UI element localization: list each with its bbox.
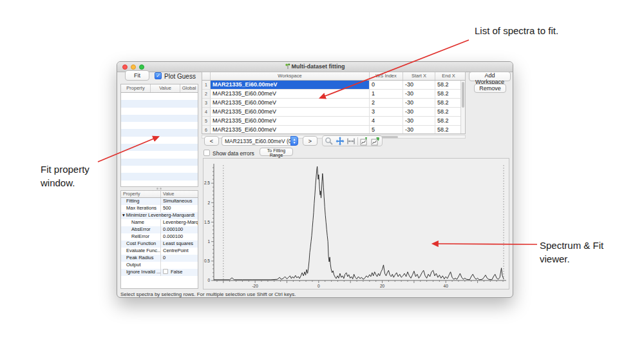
end-x-cell[interactable]: 58.2 xyxy=(435,99,462,107)
settings-value-cell[interactable]: CentrePoint xyxy=(161,248,198,255)
fit-settings-row: Peak Radius0 xyxy=(121,255,198,262)
workspace-name-cell[interactable]: MAR21335_Ei60.00meV xyxy=(211,126,370,134)
window-title: Multi-dataset fitting xyxy=(117,63,513,70)
spectrum-combobox-value[interactable]: MAR21335_Ei60.00meV (0) xyxy=(222,136,290,146)
end-x-cell[interactable]: 58.2 xyxy=(435,126,462,134)
svg-text:0: 0 xyxy=(207,278,210,282)
fit-property-row xyxy=(121,159,198,166)
workspace-name-cell[interactable]: MAR21335_Ei60.00meV xyxy=(211,117,370,125)
header-property[interactable]: Property xyxy=(121,84,151,92)
spectrum-plot[interactable]: 00.511.522.5-2002040 xyxy=(203,158,509,289)
pan-icon[interactable] xyxy=(336,137,345,146)
spectrum-stepper[interactable]: ▲▼ xyxy=(290,136,298,146)
settings-group-row[interactable]: ▾ Minimizer Levenberg-Marquardt xyxy=(121,212,198,219)
row-number-cell: 2 xyxy=(202,90,211,98)
fit-settings-row: Cost FunctionLeast squares xyxy=(121,240,198,248)
start-x-cell[interactable]: -30 xyxy=(403,90,435,98)
workspace-table-row[interactable]: 6MAR21335_Ei60.00meV5-3058.2 xyxy=(202,126,465,134)
settings-property-cell: Peak Radius xyxy=(121,255,161,262)
fit-property-row xyxy=(121,181,198,187)
header-end-x[interactable]: End X xyxy=(435,72,462,80)
end-x-cell[interactable]: 58.2 xyxy=(435,117,462,125)
spectrum-plot-canvas[interactable]: 00.511.522.5-2002040 xyxy=(204,159,509,289)
settings-value-cell[interactable]: Levenberg-Marqu... xyxy=(161,219,198,226)
ignore-invalid-checkbox[interactable] xyxy=(163,269,168,274)
start-x-cell[interactable]: -30 xyxy=(403,81,435,89)
fit-property-row xyxy=(121,151,198,158)
titlebar[interactable]: Multi-dataset fitting xyxy=(117,62,513,72)
settings-value-cell[interactable]: 0.000100 xyxy=(161,226,198,233)
workspace-table-row[interactable]: 5MAR21335_Ei60.00meV4-3058.2 xyxy=(202,117,465,126)
to-fitting-range-button[interactable]: To Fitting Range xyxy=(260,148,293,156)
header-ws-index[interactable]: WS Index xyxy=(370,72,403,80)
zoom-icon[interactable] xyxy=(325,137,334,146)
end-x-cell[interactable]: 58.2 xyxy=(435,90,462,98)
fit-settings-table-body: FittingSimultaneousMax Iterations500▾ Mi… xyxy=(121,198,198,276)
fit-property-table-body xyxy=(121,93,198,187)
row-number-cell: 5 xyxy=(202,117,211,125)
export-plot-icon[interactable] xyxy=(360,137,369,146)
workspace-table-row[interactable]: 3MAR21335_Ei60.00meV2-3058.2 xyxy=(202,99,465,108)
next-spectrum-button[interactable]: > xyxy=(303,136,317,146)
splitter-handle[interactable] xyxy=(155,188,164,190)
svg-text:1.5: 1.5 xyxy=(204,220,210,224)
settings-value-cell[interactable]: 0 xyxy=(161,255,198,262)
fit-button[interactable]: Fit xyxy=(125,70,149,81)
header-value[interactable]: Value xyxy=(151,84,180,92)
end-x-cell[interactable]: 58.2 xyxy=(435,81,462,89)
settings-property-cell: Ignore Invalid ... xyxy=(121,269,161,276)
status-text: Select spectra by selecting rows. For mu… xyxy=(120,291,296,297)
workspace-name-cell[interactable]: MAR21335_Ei60.00meV xyxy=(211,108,370,116)
prev-spectrum-button[interactable]: < xyxy=(204,136,219,146)
settings-value-cell[interactable]: Simultaneous xyxy=(161,198,198,205)
remove-button[interactable]: Remove xyxy=(474,84,506,93)
ws-index-cell[interactable]: 3 xyxy=(370,108,403,116)
workspace-table-row[interactable]: 2MAR21335_Ei60.00meV1-3058.2 xyxy=(202,90,465,99)
workspace-table-row[interactable]: 4MAR21335_Ei60.00meV3-3058.2 xyxy=(202,108,465,117)
row-number-cell: 1 xyxy=(202,81,211,89)
add-workspace-button[interactable]: Add Workspace xyxy=(469,72,511,81)
header-start-x[interactable]: Start X xyxy=(403,72,435,80)
workspace-table-row[interactable]: 1MAR21335_Ei60.00meV0-3058.2 xyxy=(202,81,465,90)
fit-settings-row: Ignore Invalid ...False xyxy=(121,269,198,276)
start-x-cell[interactable]: -30 xyxy=(403,99,435,107)
settings-value-cell[interactable]: 500 xyxy=(161,205,198,212)
settings-value-cell[interactable] xyxy=(161,262,198,269)
settings-value-cell[interactable]: Least squares xyxy=(161,240,198,248)
show-data-errors-checkbox[interactable] xyxy=(204,150,210,156)
header-global[interactable]: Global xyxy=(180,84,198,92)
ws-index-cell[interactable]: 2 xyxy=(370,99,403,107)
header-workspace[interactable]: Workspace xyxy=(211,72,370,80)
workspace-table-scrollbar-v[interactable] xyxy=(460,81,465,134)
ws-index-cell[interactable]: 1 xyxy=(370,90,403,98)
fit-property-row xyxy=(121,93,198,100)
ws-index-cell[interactable]: 4 xyxy=(370,117,403,125)
svg-text:2: 2 xyxy=(207,201,210,205)
header-value[interactable]: Value xyxy=(161,191,198,197)
ws-index-cell[interactable]: 5 xyxy=(370,126,403,134)
header-corner xyxy=(202,72,211,80)
settings-property-cell: Cost Function xyxy=(121,240,161,248)
start-x-cell[interactable]: -30 xyxy=(403,117,435,125)
workspace-table-body: 1MAR21335_Ei60.00meV0-3058.22MAR21335_Ei… xyxy=(202,81,465,134)
export-all-plots-icon[interactable] xyxy=(371,137,380,146)
ws-index-cell[interactable]: 0 xyxy=(370,81,403,89)
plot-guess-checkbox[interactable]: ✓ xyxy=(155,72,162,79)
workspace-name-cell[interactable]: MAR21335_Ei60.00meV xyxy=(211,99,370,107)
workspace-name-cell[interactable]: MAR21335_Ei60.00meV xyxy=(211,90,370,98)
spectrum-combobox[interactable]: MAR21335_Ei60.00meV (0) ▲▼ xyxy=(222,136,298,146)
start-x-cell[interactable]: -30 xyxy=(403,108,435,116)
fit-settings-table[interactable]: Property Value FittingSimultaneousMax It… xyxy=(120,190,198,289)
fit-range-icon[interactable] xyxy=(346,137,355,146)
workspace-name-cell[interactable]: MAR21335_Ei60.00meV xyxy=(211,81,370,89)
fit-property-row xyxy=(121,144,198,151)
settings-value-cell[interactable]: False xyxy=(161,269,198,276)
settings-value-cell[interactable]: 0.000100 xyxy=(161,233,198,240)
settings-property-cell: Evaluate Func... xyxy=(121,248,161,255)
header-property[interactable]: Property xyxy=(121,191,161,197)
workspace-table[interactable]: Workspace WS Index Start X End X 1MAR213… xyxy=(202,72,466,134)
start-x-cell[interactable]: -30 xyxy=(403,126,435,134)
page: List of spectra to fit. Fit property win… xyxy=(0,0,644,363)
fit-property-table[interactable]: Property Value Global xyxy=(120,84,198,187)
end-x-cell[interactable]: 58.2 xyxy=(435,108,462,116)
